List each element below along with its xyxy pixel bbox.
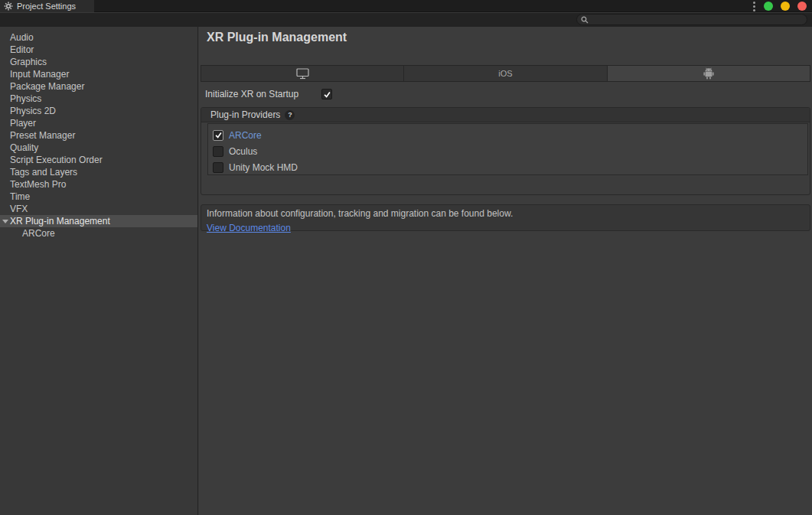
sidebar-item-label: XR Plug-in Management (10, 216, 110, 227)
triangle-down-icon[interactable] (2, 220, 8, 223)
tab-ios-label: iOS (498, 69, 512, 78)
sidebar-item-quality[interactable]: Quality (0, 142, 197, 154)
arcore-checkbox[interactable] (213, 130, 223, 141)
sidebar-item-tags-and-layers[interactable]: Tags and Layers (0, 166, 197, 178)
sidebar-item-package-manager[interactable]: Package Manager (0, 80, 197, 93)
sidebar-item-xr-plugin-management[interactable]: XR Plug-in Management (0, 215, 197, 227)
xr-plugin-management-panel: XR Plug-in Management iOS (199, 27, 812, 515)
plugin-providers-header: Plug-in Providers ? (201, 108, 810, 122)
window-close-button[interactable] (797, 2, 807, 11)
provider-row-arcore[interactable]: ARCore (208, 127, 807, 143)
initialize-xr-checkbox[interactable] (321, 89, 332, 99)
arcore-label: ARCore (229, 130, 262, 141)
kebab-menu-icon[interactable] (753, 2, 755, 11)
provider-row-oculus[interactable]: Oculus (208, 143, 807, 159)
window-title: Project Settings (17, 2, 76, 11)
unity-mock-hmd-label: Unity Mock HMD (229, 162, 298, 173)
window-maximize-button[interactable] (781, 2, 790, 11)
unity-mock-hmd-checkbox[interactable] (213, 162, 223, 173)
initialize-xr-label: Initialize XR on Startup (205, 89, 298, 99)
android-icon (703, 67, 714, 80)
tab-android[interactable] (607, 66, 810, 81)
sidebar-item-physics-2d[interactable]: Physics 2D (0, 105, 197, 117)
window-titlebar: Project Settings (0, 0, 812, 12)
sidebar-item-editor[interactable]: Editor (0, 44, 197, 56)
monitor-icon (296, 68, 309, 80)
sidebar-item-arcore[interactable]: ARCore (0, 227, 197, 240)
question-circle-icon[interactable]: ? (285, 110, 295, 120)
page-title: XR Plug-in Management (207, 31, 347, 44)
checkmark-icon (323, 90, 331, 99)
sidebar-item-time[interactable]: Time (0, 191, 197, 203)
window-minimize-button[interactable] (764, 2, 773, 11)
oculus-label: Oculus (229, 146, 257, 157)
gear-icon (4, 2, 13, 11)
sidebar-item-physics[interactable]: Physics (0, 93, 197, 105)
provider-row-unity-mock-hmd[interactable]: Unity Mock HMD (208, 159, 807, 175)
view-documentation-link[interactable]: View Documentation (207, 223, 291, 233)
sidebar-item-player[interactable]: Player (0, 117, 197, 129)
sidebar-item-textmesh-pro[interactable]: TextMesh Pro (0, 178, 197, 191)
magnifier-icon (581, 16, 589, 24)
info-box: Information about configuration, trackin… (201, 204, 810, 231)
tab-ios[interactable]: iOS (403, 66, 606, 81)
tab-desktop[interactable] (201, 66, 403, 81)
checkmark-icon (214, 131, 223, 139)
info-text: Information about configuration, trackin… (207, 208, 804, 219)
sidebar-item-preset-manager[interactable]: Preset Manager (0, 129, 197, 142)
window-controls (753, 0, 812, 12)
plugin-providers-title: Plug-in Providers (210, 109, 280, 120)
oculus-checkbox[interactable] (213, 146, 223, 157)
sidebar-item-input-manager[interactable]: Input Manager (0, 68, 197, 80)
settings-toolbar (0, 13, 812, 27)
plugin-providers-list: ARCore Oculus Unity Mock HMD (207, 123, 808, 175)
sidebar-item-script-execution-order[interactable]: Script Execution Order (0, 154, 197, 166)
sidebar-item-graphics[interactable]: Graphics (0, 56, 197, 68)
sidebar-item-audio[interactable]: Audio (0, 31, 197, 44)
settings-category-sidebar: Audio Editor Graphics Input Manager Pack… (0, 27, 198, 515)
search-input[interactable] (592, 15, 798, 24)
platform-tabbar: iOS (201, 65, 810, 82)
sidebar-item-vfx[interactable]: VFX (0, 203, 197, 215)
search-box[interactable] (576, 14, 807, 25)
plugin-providers-section: Plug-in Providers ? ARCore Oculus Unity … (201, 107, 810, 195)
project-settings-tab[interactable]: Project Settings (0, 0, 94, 12)
initialize-xr-row: Initialize XR on Startup (205, 87, 298, 101)
